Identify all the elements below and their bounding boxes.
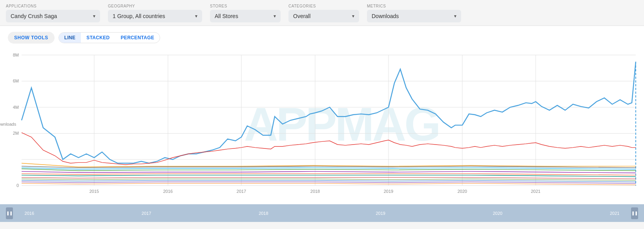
main-line — [22, 62, 636, 163]
chart-type-stacked[interactable]: STACKED — [81, 33, 115, 43]
filter-group-geography: GEOGRAPHY 1 Group, All countries ▾ — [108, 4, 202, 22]
dark-green-line — [22, 179, 636, 180]
svg-text:2018: 2018 — [310, 189, 320, 194]
chart-area: 8M 6M 4M 2M 0 2015 2016 2017 2018 2019 2… — [0, 48, 644, 204]
timeline-label-2020: 2020 — [493, 211, 502, 216]
categories-select[interactable]: Overall ▾ — [288, 10, 359, 22]
dark-purple-line — [22, 182, 636, 183]
filter-group-metrics: METRICS Downloads ▾ — [367, 4, 461, 22]
geography-value: 1 Group, All countries — [113, 13, 165, 19]
categories-chevron-icon: ▾ — [352, 13, 354, 19]
timeline-label-2017: 2017 — [142, 211, 151, 216]
applications-label: APPLICATIONS — [6, 4, 100, 8]
metrics-value: Downloads — [372, 13, 399, 19]
geography-select[interactable]: 1 Group, All countries ▾ — [108, 10, 202, 22]
chart-container: SHOW TOOLS LINE STACKED PERCENTAGE Downl… — [0, 26, 644, 222]
svg-text:4M: 4M — [13, 105, 19, 110]
svg-text:0: 0 — [16, 183, 19, 188]
geography-label: GEOGRAPHY — [108, 4, 202, 8]
svg-text:2016: 2016 — [163, 189, 173, 194]
stores-chevron-icon: ▾ — [274, 13, 276, 19]
metrics-label: METRICS — [367, 4, 461, 8]
svg-text:2021: 2021 — [531, 189, 540, 194]
applications-chevron-icon: ▾ — [93, 13, 95, 19]
timeline-left-handle[interactable]: ❚❚ — [6, 207, 13, 219]
timeline-label-2016: 2016 — [25, 211, 34, 216]
svg-text:2M: 2M — [13, 131, 19, 136]
categories-label: CATEGORIES — [288, 4, 359, 8]
geography-chevron-icon: ▾ — [195, 13, 197, 19]
svg-text:6M: 6M — [13, 79, 19, 84]
timeline-label-2021: 2021 — [610, 211, 619, 216]
applications-value: Candy Crush Saga — [11, 13, 57, 19]
teal-line — [22, 175, 636, 177]
chart-type-percentage[interactable]: PERCENTAGE — [115, 33, 160, 43]
chart-type-group: LINE STACKED PERCENTAGE — [58, 32, 160, 43]
timeline-right-handle[interactable]: ❚❚ — [631, 207, 638, 219]
chart-type-line[interactable]: LINE — [59, 33, 81, 43]
svg-text:2019: 2019 — [384, 189, 393, 194]
dark-red-line — [22, 178, 636, 179]
filter-group-categories: CATEGORIES Overall ▾ — [288, 4, 359, 22]
red-line — [22, 133, 636, 165]
timeline-labels: 2016 2017 2018 2019 2020 2021 — [13, 211, 631, 216]
svg-text:2015: 2015 — [89, 189, 99, 194]
chart-toolbar: SHOW TOOLS LINE STACKED PERCENTAGE — [2, 28, 166, 48]
chart-svg: 8M 6M 4M 2M 0 2015 2016 2017 2018 2019 2… — [0, 48, 644, 204]
svg-text:8M: 8M — [13, 53, 19, 57]
light-blue-line — [22, 168, 636, 169]
svg-text:2017: 2017 — [237, 189, 246, 194]
svg-text:2020: 2020 — [458, 189, 467, 194]
metrics-select[interactable]: Downloads ▾ — [367, 10, 461, 22]
timeline-label-2018: 2018 — [259, 211, 268, 216]
stores-value: All Stores — [215, 13, 238, 19]
stores-label: STORES — [210, 4, 281, 8]
categories-value: Overall — [293, 13, 310, 19]
dark-blue-line — [22, 180, 636, 182]
timeline-bar: ❚❚ 2016 2017 2018 2019 2020 2021 ❚❚ — [0, 204, 644, 222]
stores-select[interactable]: All Stores ▾ — [210, 10, 281, 22]
dark-yellow-line — [22, 183, 636, 185]
filter-group-applications: APPLICATIONS Candy Crush Saga ▾ — [6, 4, 100, 22]
metrics-chevron-icon: ▾ — [454, 13, 456, 19]
header: APPLICATIONS Candy Crush Saga ▾ GEOGRAPH… — [0, 0, 644, 26]
purple-line — [22, 171, 636, 173]
filter-group-stores: STORES All Stores ▾ — [210, 4, 281, 22]
show-tools-button[interactable]: SHOW TOOLS — [8, 32, 55, 44]
timeline-label-2019: 2019 — [376, 211, 385, 216]
applications-select[interactable]: Candy Crush Saga ▾ — [6, 10, 100, 22]
